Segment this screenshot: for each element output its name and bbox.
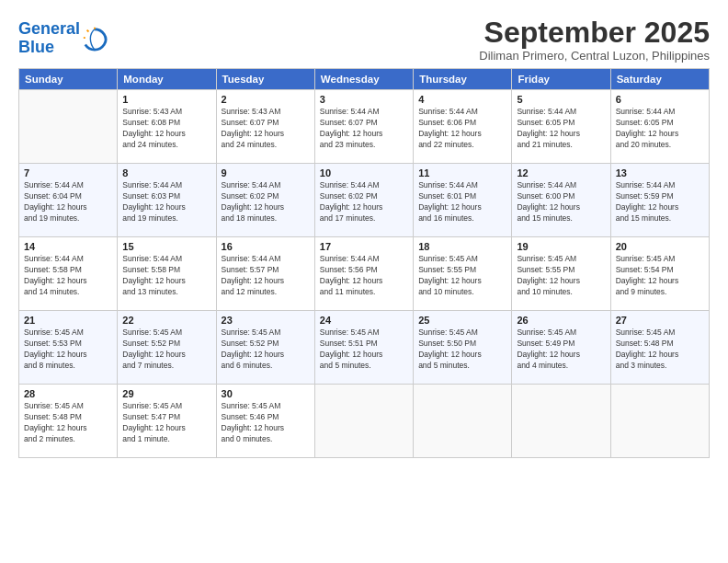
table-row: 26Sunrise: 5:45 AM Sunset: 5:49 PM Dayli…: [512, 311, 610, 385]
cell-info: Sunrise: 5:44 AM Sunset: 6:01 PM Dayligh…: [418, 180, 506, 224]
day-number: 5: [517, 94, 605, 105]
day-number: 9: [222, 167, 310, 178]
day-number: 25: [418, 315, 506, 326]
table-row: 10Sunrise: 5:44 AM Sunset: 6:02 PM Dayli…: [314, 164, 413, 237]
header-tuesday: Tuesday: [216, 69, 314, 90]
cell-info: Sunrise: 5:44 AM Sunset: 6:02 PM Dayligh…: [320, 180, 408, 224]
table-row: [414, 385, 512, 458]
table-row: [19, 90, 118, 164]
day-number: 29: [122, 388, 210, 399]
header-saturday: Saturday: [610, 69, 709, 90]
logo-icon: [82, 26, 108, 52]
cell-info: Sunrise: 5:44 AM Sunset: 6:06 PM Dayligh…: [418, 107, 506, 151]
cell-info: Sunrise: 5:45 AM Sunset: 5:47 PM Dayligh…: [122, 401, 210, 445]
table-row: 25Sunrise: 5:45 AM Sunset: 5:50 PM Dayli…: [414, 311, 512, 385]
header-monday: Monday: [118, 69, 216, 90]
cell-info: Sunrise: 5:44 AM Sunset: 6:05 PM Dayligh…: [517, 107, 605, 151]
day-number: 21: [24, 315, 112, 326]
table-row: 13Sunrise: 5:44 AM Sunset: 5:59 PM Dayli…: [610, 164, 709, 237]
cell-info: Sunrise: 5:44 AM Sunset: 5:56 PM Dayligh…: [320, 254, 408, 298]
day-number: 14: [24, 241, 112, 252]
month-title: September 2025: [479, 17, 710, 49]
cell-info: Sunrise: 5:44 AM Sunset: 6:07 PM Dayligh…: [320, 107, 408, 151]
table-row: 8Sunrise: 5:44 AM Sunset: 6:03 PM Daylig…: [118, 164, 216, 237]
cell-info: Sunrise: 5:44 AM Sunset: 6:02 PM Dayligh…: [222, 180, 310, 224]
day-number: 24: [320, 315, 408, 326]
cell-info: Sunrise: 5:44 AM Sunset: 6:05 PM Dayligh…: [616, 107, 704, 151]
day-number: 23: [222, 315, 310, 326]
table-row: 12Sunrise: 5:44 AM Sunset: 6:00 PM Dayli…: [512, 164, 610, 237]
table-row: 30Sunrise: 5:45 AM Sunset: 5:46 PM Dayli…: [216, 385, 314, 458]
day-number: 13: [616, 167, 704, 178]
table-row: 6Sunrise: 5:44 AM Sunset: 6:05 PM Daylig…: [610, 90, 709, 164]
calendar-week-row: 1Sunrise: 5:43 AM Sunset: 6:08 PM Daylig…: [19, 90, 710, 164]
title-block: September 2025 Diliman Primero, Central …: [479, 17, 710, 63]
table-row: 28Sunrise: 5:45 AM Sunset: 5:48 PM Dayli…: [19, 385, 118, 458]
calendar-table: Sunday Monday Tuesday Wednesday Thursday…: [18, 68, 710, 458]
table-row: [610, 385, 709, 458]
day-number: 28: [24, 388, 112, 399]
header-wednesday: Wednesday: [314, 69, 413, 90]
calendar-week-row: 14Sunrise: 5:44 AM Sunset: 5:58 PM Dayli…: [19, 237, 710, 311]
day-number: 11: [418, 167, 506, 178]
calendar-week-row: 7Sunrise: 5:44 AM Sunset: 6:04 PM Daylig…: [19, 164, 710, 237]
cell-info: Sunrise: 5:45 AM Sunset: 5:51 PM Dayligh…: [320, 327, 408, 372]
cell-info: Sunrise: 5:44 AM Sunset: 6:04 PM Dayligh…: [24, 180, 112, 224]
table-row: 15Sunrise: 5:44 AM Sunset: 5:58 PM Dayli…: [118, 237, 216, 311]
cell-info: Sunrise: 5:45 AM Sunset: 5:55 PM Dayligh…: [418, 254, 506, 298]
table-row: 27Sunrise: 5:45 AM Sunset: 5:48 PM Dayli…: [610, 311, 709, 385]
day-number: 26: [517, 315, 605, 326]
day-number: 12: [517, 167, 605, 178]
table-row: 18Sunrise: 5:45 AM Sunset: 5:55 PM Dayli…: [414, 237, 512, 311]
table-row: 16Sunrise: 5:44 AM Sunset: 5:57 PM Dayli…: [216, 237, 314, 311]
header-thursday: Thursday: [414, 69, 512, 90]
day-number: 2: [222, 94, 310, 105]
cell-info: Sunrise: 5:44 AM Sunset: 5:59 PM Dayligh…: [616, 180, 704, 224]
cell-info: Sunrise: 5:45 AM Sunset: 5:48 PM Dayligh…: [616, 327, 704, 372]
table-row: 9Sunrise: 5:44 AM Sunset: 6:02 PM Daylig…: [216, 164, 314, 237]
cell-info: Sunrise: 5:45 AM Sunset: 5:50 PM Dayligh…: [418, 327, 506, 372]
cell-info: Sunrise: 5:45 AM Sunset: 5:48 PM Dayligh…: [24, 401, 112, 445]
day-number: 17: [320, 241, 408, 252]
table-row: [314, 385, 413, 458]
table-row: [512, 385, 610, 458]
cell-info: Sunrise: 5:43 AM Sunset: 6:08 PM Dayligh…: [122, 107, 210, 151]
table-row: 22Sunrise: 5:45 AM Sunset: 5:52 PM Dayli…: [118, 311, 216, 385]
table-row: 11Sunrise: 5:44 AM Sunset: 6:01 PM Dayli…: [414, 164, 512, 237]
day-number: 7: [24, 167, 112, 178]
page-header: General Blue September 2025 Diliman Prim…: [18, 17, 710, 63]
cell-info: Sunrise: 5:45 AM Sunset: 5:52 PM Dayligh…: [122, 327, 210, 372]
day-number: 6: [616, 94, 704, 105]
day-number: 10: [320, 167, 408, 178]
logo: General Blue: [18, 20, 108, 57]
header-friday: Friday: [512, 69, 610, 90]
day-number: 19: [517, 241, 605, 252]
cell-info: Sunrise: 5:45 AM Sunset: 5:49 PM Dayligh…: [517, 327, 605, 372]
table-row: 20Sunrise: 5:45 AM Sunset: 5:54 PM Dayli…: [610, 237, 709, 311]
calendar-week-row: 28Sunrise: 5:45 AM Sunset: 5:48 PM Dayli…: [19, 385, 710, 458]
table-row: 4Sunrise: 5:44 AM Sunset: 6:06 PM Daylig…: [414, 90, 512, 164]
cell-info: Sunrise: 5:45 AM Sunset: 5:52 PM Dayligh…: [222, 327, 310, 372]
cell-info: Sunrise: 5:43 AM Sunset: 6:07 PM Dayligh…: [222, 107, 310, 151]
location: Diliman Primero, Central Luzon, Philippi…: [479, 49, 710, 63]
header-sunday: Sunday: [19, 69, 118, 90]
day-number: 27: [616, 315, 704, 326]
table-row: 19Sunrise: 5:45 AM Sunset: 5:55 PM Dayli…: [512, 237, 610, 311]
cell-info: Sunrise: 5:45 AM Sunset: 5:53 PM Dayligh…: [24, 327, 112, 372]
day-number: 3: [320, 94, 408, 105]
cell-info: Sunrise: 5:45 AM Sunset: 5:55 PM Dayligh…: [517, 254, 605, 298]
day-number: 22: [122, 315, 210, 326]
day-number: 15: [122, 241, 210, 252]
cell-info: Sunrise: 5:44 AM Sunset: 5:57 PM Dayligh…: [222, 254, 310, 298]
day-number: 16: [222, 241, 310, 252]
cell-info: Sunrise: 5:45 AM Sunset: 5:54 PM Dayligh…: [616, 254, 704, 298]
table-row: 5Sunrise: 5:44 AM Sunset: 6:05 PM Daylig…: [512, 90, 610, 164]
day-number: 4: [418, 94, 506, 105]
table-row: 7Sunrise: 5:44 AM Sunset: 6:04 PM Daylig…: [19, 164, 118, 237]
table-row: 29Sunrise: 5:45 AM Sunset: 5:47 PM Dayli…: [118, 385, 216, 458]
cell-info: Sunrise: 5:44 AM Sunset: 6:03 PM Dayligh…: [122, 180, 210, 224]
calendar-header-row: Sunday Monday Tuesday Wednesday Thursday…: [19, 69, 710, 90]
calendar-week-row: 21Sunrise: 5:45 AM Sunset: 5:53 PM Dayli…: [19, 311, 710, 385]
table-row: 21Sunrise: 5:45 AM Sunset: 5:53 PM Dayli…: [19, 311, 118, 385]
cell-info: Sunrise: 5:45 AM Sunset: 5:46 PM Dayligh…: [222, 401, 310, 445]
